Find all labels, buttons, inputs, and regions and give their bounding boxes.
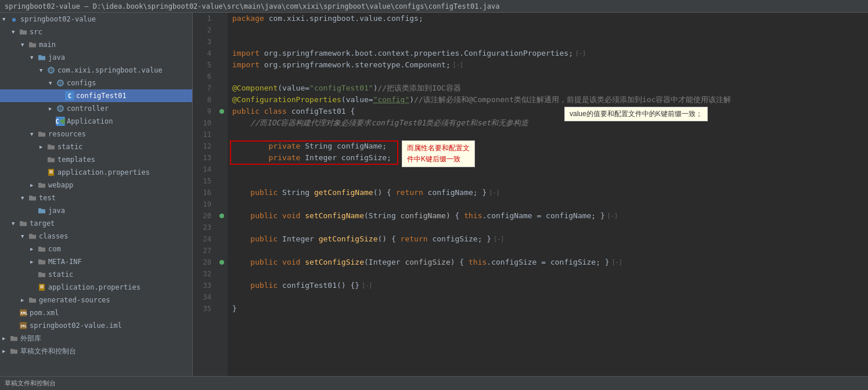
token: ) { [451,257,469,268]
token: ; [387,152,391,164]
folder-icon [19,219,28,228]
sidebar-item-configTest01[interactable]: CconfigTest01 [0,89,192,102]
gutter-line [216,187,228,198]
sidebar-item-target[interactable]: ▼target [0,217,192,230]
token: "config" [373,94,410,106]
sidebar-item-classes[interactable]: ▼classes [0,230,192,243]
sidebar-item-META-INF[interactable]: ▶META-INF [0,255,192,268]
sidebar-item-webapp[interactable]: ▶webapp [0,179,192,192]
run-icon[interactable] [219,260,224,265]
java-folder-icon [37,53,46,62]
sidebar-item-controller[interactable]: ▶controller [0,102,192,115]
chevron-icon: ▶ [2,348,8,354]
collapse-icon[interactable]: [-] [575,48,586,59]
chevron-icon: ▼ [30,55,36,60]
run-icon[interactable] [219,109,224,114]
sidebar-item-label: target [30,219,55,228]
sidebar-item-Application[interactable]: C🌿Application [0,115,192,128]
sidebar: ▼◼springboot02-value▼src▼main▼java▼com.x… [0,13,193,376]
token: //而IOC容器构建代理对象必须要求configTest01类必须有get和se… [232,117,528,129]
line-number: 35 [197,303,211,315]
folder-icon [37,129,46,139]
folder-icon [28,295,37,305]
token: Integer [369,257,405,268]
line-number: 34 [197,291,211,303]
collapse-icon[interactable]: [-] [453,59,463,71]
package-icon [46,66,56,75]
sidebar-item-resources[interactable]: ▼resources [0,128,192,140]
folder-icon [28,232,37,241]
sidebar-item-test-java[interactable]: java [0,204,192,217]
chevron-icon: ▶ [30,246,36,252]
token: public [232,280,282,291]
sidebar-item-scratch[interactable]: ▶草稿文件和控制台 [0,345,192,358]
sidebar-item-label: configTest01 [76,92,127,100]
sidebar-item-java[interactable]: ▼java [0,51,192,64]
collapse-icon[interactable]: [-] [362,280,372,291]
package-icon [56,78,65,88]
token: () {} [337,280,359,291]
sidebar-item-project-root[interactable]: ▼◼springboot02-value [0,13,192,26]
collapse-icon[interactable]: [-] [607,210,618,222]
sidebar-item-com.xixi.springboot.value[interactable]: ▼com.xixi.springboot.value [0,64,192,77]
sidebar-item-label: controller [67,104,109,113]
sidebar-item-generated-sources[interactable]: ▶generated-sources [0,294,192,306]
gutter-line [216,71,228,82]
chevron-icon: ▼ [12,29,17,35]
sidebar-item-external-libs[interactable]: ▶外部库 [0,332,192,345]
token: package [232,13,269,24]
sidebar-item-configs[interactable]: ▼configs [0,77,192,89]
iml-icon: IML [19,321,28,330]
collapse-icon[interactable]: [-] [612,257,622,268]
sidebar-item-application.properties2[interactable]: application.properties [0,281,192,294]
token: ; [382,140,387,152]
line-number: 23 [197,222,211,233]
token: class [264,106,291,117]
java-folder-icon [37,206,46,215]
props-icon [46,168,56,177]
svg-text:IML: IML [20,324,27,328]
tooltip-value-prefix: value的值要和配置文件中的K键前缀一致； [564,107,708,121]
code-line: public void setConfigName(String configN… [232,210,863,222]
sidebar-item-src[interactable]: ▼src [0,26,192,38]
folder-icon [9,334,19,343]
package-icon [56,104,65,113]
sidebar-item-static2[interactable]: static [0,268,192,281]
collapse-icon[interactable]: [-] [489,187,499,198]
sidebar-item-main[interactable]: ▼main [0,38,192,51]
code-line: @ConfigurationProperties(value="config")… [232,94,863,106]
token: ; } [473,187,487,198]
chevron-icon: ▼ [30,131,36,137]
token: ( [364,257,369,268]
token: void [282,257,305,268]
sidebar-item-test[interactable]: ▼test [0,192,192,204]
line-number: 12 [197,140,211,152]
token: = [369,94,373,106]
line-number: 5 [197,59,211,71]
sidebar-item-label: com.xixi.springboot.value [57,66,163,74]
token: value [346,94,369,106]
token: return [401,233,433,245]
sidebar-item-application.properties[interactable]: application.properties [0,166,192,179]
sidebar-item-templates[interactable]: templates [0,153,192,166]
code-line [232,164,863,175]
sidebar-item-static[interactable]: ▶static [0,140,192,153]
class-icon: C [65,91,74,100]
chevron-icon: ▼ [21,195,27,201]
status-bar: 草稿文件和控制台 [0,376,868,390]
code-line [232,36,863,48]
sidebar-item-com[interactable]: ▶com [0,243,192,255]
line-number: 14 [197,164,211,175]
svg-rect-9 [48,169,54,176]
sidebar-item-pom.xml[interactable]: XMLpom.xml [0,306,192,319]
editor[interactable]: 1234567891011121314151619202324272832333… [193,13,868,376]
token: org.springframework.stereotype.Component [264,59,446,71]
token: .configSize = configSize; } [487,257,609,268]
run-icon[interactable] [219,214,224,218]
code-area[interactable]: package com.xixi.springboot.value.config… [228,13,868,376]
sidebar-item-springboot02-value.iml[interactable]: IMLspringboot02-value.iml [0,319,192,332]
collapse-icon[interactable]: [-] [494,233,504,245]
gutter-line [216,48,228,59]
folder-icon [46,142,56,151]
sidebar-item-label: test [39,194,56,202]
